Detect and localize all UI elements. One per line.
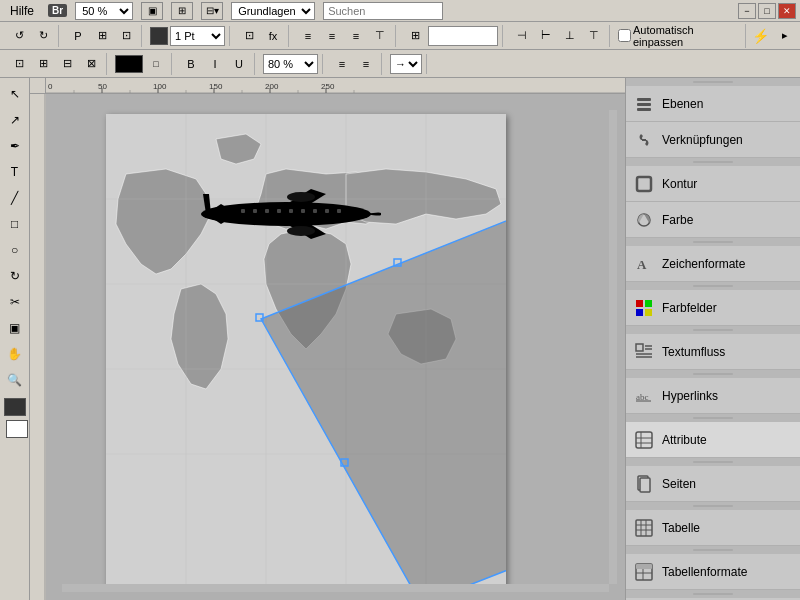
- scale-btn[interactable]: ⊡: [238, 25, 260, 47]
- fill-none-btn[interactable]: □: [145, 53, 167, 75]
- stroke-width-select[interactable]: 1 Pt 2 Pt: [170, 26, 225, 46]
- bold-btn[interactable]: B: [180, 53, 202, 75]
- text-align-left[interactable]: ≡: [331, 53, 353, 75]
- tool-btn1[interactable]: P: [67, 25, 89, 47]
- svg-rect-71: [636, 432, 652, 448]
- position-ref-btn[interactable]: ⊞: [404, 25, 426, 47]
- svg-text:250: 250: [321, 82, 335, 91]
- autofit-checkbox[interactable]: [618, 29, 631, 42]
- ruler-top: 0 50 100 150 200 250: [46, 78, 625, 94]
- type-tool[interactable]: T: [3, 160, 27, 184]
- color-group: □: [111, 53, 172, 75]
- tool2-btn4[interactable]: ⊠: [80, 53, 102, 75]
- panel-item-textumfluss[interactable]: Textumfluss: [626, 334, 800, 370]
- panel-item-tabellenformate[interactable]: Tabellenformate: [626, 554, 800, 590]
- panel-item-ebenen[interactable]: Ebenen: [626, 86, 800, 122]
- ellipse-tool[interactable]: ○: [3, 238, 27, 262]
- svg-text:0: 0: [48, 82, 53, 91]
- panel-item-zeichenformate[interactable]: A Zeichenformate: [626, 246, 800, 282]
- panel-item-verknuepfungen[interactable]: Verknüpfungen: [626, 122, 800, 158]
- document-canvas[interactable]: [46, 94, 617, 592]
- workspace-select[interactable]: Grundlagen: [231, 2, 315, 20]
- dist-btn1[interactable]: ⊣: [511, 25, 533, 47]
- dist-btn3[interactable]: ⊥: [559, 25, 581, 47]
- italic-btn[interactable]: I: [204, 53, 226, 75]
- foreground-color-btn[interactable]: [4, 398, 26, 416]
- scissors-tool[interactable]: ✂: [3, 290, 27, 314]
- gradient-tool[interactable]: ▣: [3, 316, 27, 340]
- menu-hilfe[interactable]: Hilfe: [4, 2, 40, 20]
- view-mode-btn2[interactable]: ⊞: [171, 2, 193, 20]
- minimize-btn[interactable]: −: [738, 3, 756, 19]
- svg-point-31: [287, 192, 315, 202]
- canvas-scrollbar-horizontal[interactable]: [62, 584, 609, 592]
- panel-item-tabelle[interactable]: Tabelle: [626, 510, 800, 546]
- panel-separator-4: [626, 282, 800, 290]
- redo-btn[interactable]: ↻: [32, 25, 54, 47]
- distribute-group: ⊣ ⊢ ⊥ ⊤: [507, 25, 610, 47]
- arrow-start-select[interactable]: →: [390, 54, 422, 74]
- fill-color-swatch[interactable]: [115, 55, 143, 73]
- underline-btn[interactable]: U: [228, 53, 250, 75]
- panel-item-farbfelder[interactable]: Farbfelder: [626, 290, 800, 326]
- br-badge[interactable]: Br: [48, 4, 67, 17]
- rotate-btn[interactable]: fx: [262, 25, 284, 47]
- opacity-select[interactable]: 80 % 100 %: [263, 54, 318, 74]
- dist-btn4[interactable]: ⊤: [583, 25, 605, 47]
- align-left-btn[interactable]: ≡: [297, 25, 319, 47]
- tool-btn3[interactable]: ⊡: [115, 25, 137, 47]
- x-position-field[interactable]: 4,233 mm: [428, 26, 498, 46]
- dist-btn2[interactable]: ⊢: [535, 25, 557, 47]
- select-tool[interactable]: ↖: [3, 82, 27, 106]
- tool2-btn1[interactable]: ⊡: [8, 53, 30, 75]
- zeichenformate-label: Zeichenformate: [662, 257, 745, 271]
- pen-tool[interactable]: ✒: [3, 134, 27, 158]
- kontur-icon: [634, 174, 654, 194]
- rect-tool[interactable]: □: [3, 212, 27, 236]
- tabellenformate-label: Tabellenformate: [662, 565, 747, 579]
- align-top-btn[interactable]: ⊤: [369, 25, 391, 47]
- direct-select-tool[interactable]: ↗: [3, 108, 27, 132]
- panel-collapse-btn[interactable]: ›: [625, 178, 626, 208]
- tool-btn2[interactable]: ⊞: [91, 25, 113, 47]
- panel-item-hyperlinks[interactable]: abc Hyperlinks: [626, 378, 800, 414]
- lightning-btn[interactable]: ⚡: [750, 25, 771, 47]
- zeichenformate-icon: A: [634, 254, 654, 274]
- maximize-btn[interactable]: □: [758, 3, 776, 19]
- canvas-area[interactable]: 0 50 100 150 200 250: [30, 78, 625, 600]
- text-align-group: ≡ ≡: [327, 53, 382, 75]
- panel-item-farbe[interactable]: Farbe: [626, 202, 800, 238]
- rotate-tool[interactable]: ↻: [3, 264, 27, 288]
- tool2-btn3[interactable]: ⊟: [56, 53, 78, 75]
- search-input[interactable]: [323, 2, 443, 20]
- close-btn[interactable]: ✕: [778, 3, 796, 19]
- attribute-icon: [634, 430, 654, 450]
- view-mode-btn3[interactable]: ⊟▾: [201, 2, 223, 20]
- view-mode-btn1[interactable]: ▣: [141, 2, 163, 20]
- svg-text:200: 200: [265, 82, 279, 91]
- panel-item-attribute[interactable]: Attribute: [626, 422, 800, 458]
- panel-item-kontur[interactable]: Kontur: [626, 166, 800, 202]
- background-color-btn[interactable]: [6, 420, 28, 438]
- airplane-silhouette: [191, 169, 381, 259]
- tool2-btn2[interactable]: ⊞: [32, 53, 54, 75]
- undo-btn[interactable]: ↺: [8, 25, 30, 47]
- zoom-tool[interactable]: 🔍: [3, 368, 27, 392]
- panel-item-seiten[interactable]: Seiten: [626, 466, 800, 502]
- autofit-label: Automatisch einpassen: [633, 24, 741, 48]
- svg-rect-34: [253, 209, 257, 213]
- canvas-scrollbar-vertical[interactable]: [609, 110, 617, 584]
- extra-btn[interactable]: ▸: [775, 25, 796, 47]
- text-align-center[interactable]: ≡: [355, 53, 377, 75]
- svg-text:150: 150: [209, 82, 223, 91]
- tabellenformate-icon: [634, 562, 654, 582]
- hand-tool[interactable]: ✋: [3, 342, 27, 366]
- zoom-select[interactable]: 50 % 75 % 100 %: [75, 2, 133, 20]
- align-right-btn[interactable]: ≡: [345, 25, 367, 47]
- attribute-label: Attribute: [662, 433, 707, 447]
- align-center-btn[interactable]: ≡: [321, 25, 343, 47]
- svg-rect-76: [640, 478, 650, 492]
- left-tool-panel: ↖ ↗ ✒ T ╱ □ ○ ↻ ✂ ▣ ✋ 🔍: [0, 78, 30, 600]
- stroke-color-swatch[interactable]: [150, 27, 168, 45]
- line-tool[interactable]: ╱: [3, 186, 27, 210]
